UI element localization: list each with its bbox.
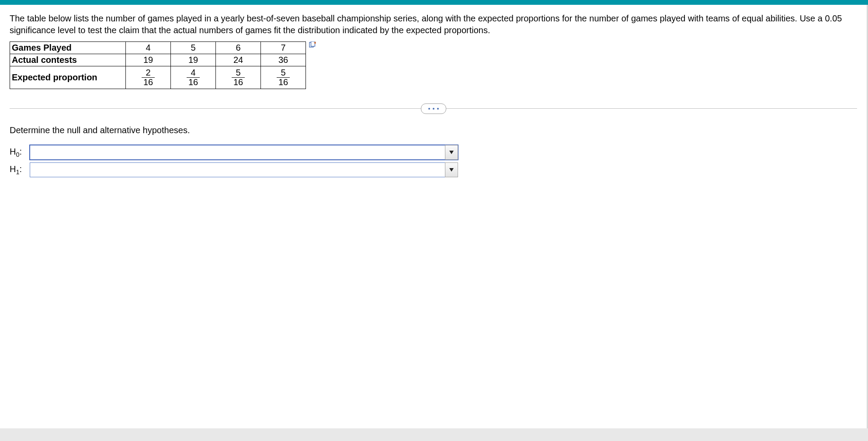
dot-icon — [428, 108, 430, 110]
dropdown-arrow-button[interactable] — [445, 145, 458, 160]
copy-icon[interactable] — [309, 41, 316, 48]
row-label: Games Played — [10, 42, 126, 54]
h0-row: H0: — [10, 145, 857, 160]
table-cell: 4 16 — [171, 66, 216, 89]
h0-select[interactable] — [30, 145, 458, 160]
dropdown-arrow-button[interactable] — [445, 162, 458, 177]
h1-select-value[interactable] — [30, 162, 458, 177]
fraction: 2 16 — [142, 67, 155, 88]
h0-select-value[interactable] — [30, 145, 458, 160]
table-row: Actual contests 19 19 24 36 — [10, 54, 306, 66]
table-cell: 4 — [126, 42, 171, 54]
top-accent-bar — [0, 0, 868, 5]
dot-icon — [437, 108, 439, 110]
row-label: Actual contests — [10, 54, 126, 66]
h1-label: H1: — [10, 164, 30, 176]
table-cell: 5 16 — [216, 66, 261, 89]
h1-select[interactable] — [30, 162, 458, 177]
problem-statement: The table below lists the number of game… — [10, 13, 857, 36]
dot-icon — [433, 108, 434, 110]
row-label: Expected proportion — [10, 66, 126, 89]
table-cell: 19 — [126, 54, 171, 66]
fraction: 4 16 — [187, 67, 200, 88]
h0-label: H0: — [10, 147, 30, 158]
table-cell: 36 — [261, 54, 306, 66]
data-table: Games Played 4 5 6 7 Actual contests 19 … — [10, 41, 306, 89]
section-divider — [10, 108, 857, 109]
table-cell: 5 — [171, 42, 216, 54]
subprompt-text: Determine the null and alternative hypot… — [10, 125, 857, 135]
table-cell: 7 — [261, 42, 306, 54]
svg-rect-1 — [311, 41, 315, 46]
table-cell: 5 16 — [261, 66, 306, 89]
table-cell: 19 — [171, 54, 216, 66]
h1-row: H1: — [10, 162, 857, 177]
svg-marker-3 — [449, 168, 454, 172]
table-cell: 24 — [216, 54, 261, 66]
question-page: The table below lists the number of game… — [0, 5, 868, 428]
svg-marker-2 — [449, 151, 454, 154]
table-cell: 6 — [216, 42, 261, 54]
expand-ellipsis-button[interactable] — [421, 103, 446, 114]
table-row: Games Played 4 5 6 7 — [10, 42, 306, 54]
table-row: Expected proportion 2 16 4 16 5 — [10, 66, 306, 89]
fraction: 5 16 — [232, 67, 245, 88]
table-cell: 2 16 — [126, 66, 171, 89]
fraction: 5 16 — [277, 67, 290, 88]
